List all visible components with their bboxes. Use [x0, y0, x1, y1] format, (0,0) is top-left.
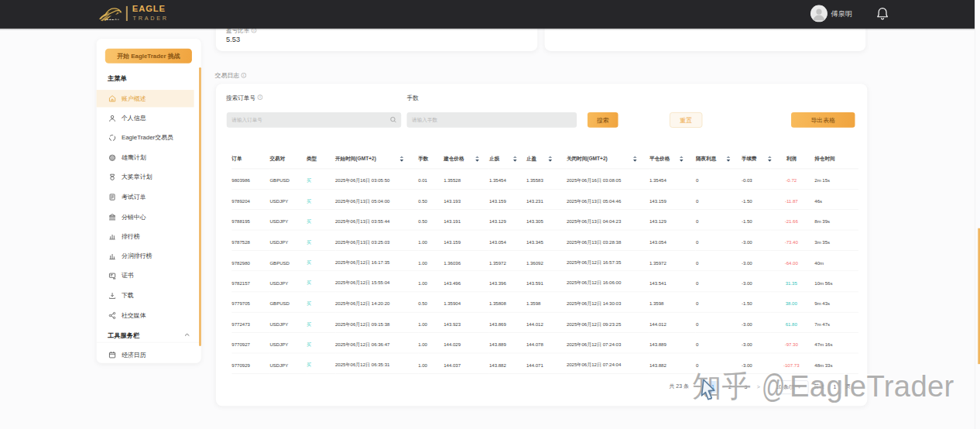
- svg-text:i: i: [259, 95, 260, 99]
- svg-text:i: i: [244, 74, 245, 77]
